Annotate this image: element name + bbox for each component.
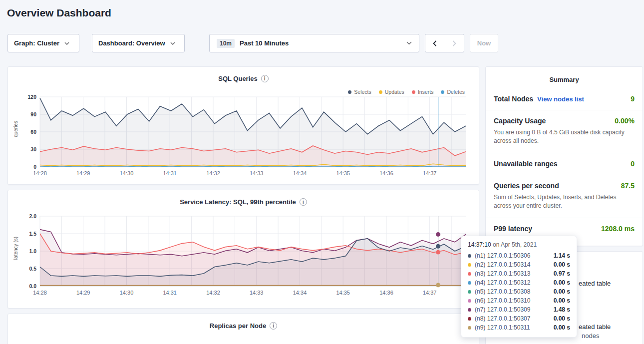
- p99-latency-label: P99 latency: [494, 225, 532, 233]
- page-title: Overview Dashboard: [7, 7, 111, 19]
- sql-queries-chart[interactable]: 030609012014:2814:2914:3014:3114:3214:33…: [15, 94, 472, 182]
- capacity-usage-value: 0.00%: [615, 117, 635, 125]
- node-address: (n1) 127.0.0.1:50306: [475, 252, 530, 259]
- svg-text:14:28: 14:28: [33, 170, 47, 176]
- tooltip-timestamp: 14:37:10 on Apr 5th, 2021: [468, 241, 570, 248]
- node-address: (n2) 127.0.0.1:50314: [475, 261, 530, 268]
- node-latency-value: 0.00 s: [554, 288, 570, 295]
- chart-hover-tooltip: 14:37:10 on Apr 5th, 2021 (n1) 127.0.0.1…: [461, 236, 577, 338]
- chart-title: Replicas per Node: [210, 322, 266, 330]
- node-color-dot-icon: [468, 299, 471, 303]
- time-prev-button[interactable]: [425, 34, 445, 52]
- svg-text:14:37: 14:37: [423, 290, 437, 296]
- node-latency-value: 0.00 s: [554, 279, 570, 286]
- svg-text:120: 120: [27, 94, 36, 100]
- event-item-fragment: nodes: [582, 332, 599, 340]
- tooltip-node-row: (n1) 127.0.0.1:503061.14 s: [468, 251, 570, 260]
- unavailable-ranges-label: Unavailable ranges: [494, 160, 558, 168]
- chevron-down-icon: [170, 42, 175, 45]
- tooltip-node-row: (n6) 127.0.0.1:503100.00 s: [468, 296, 570, 305]
- p99-latency-value: 1208.0 ms: [601, 225, 635, 233]
- total-nodes-value: 9: [631, 95, 635, 103]
- svg-text:14:28: 14:28: [33, 290, 47, 296]
- service-latency-chart[interactable]: 0.00.51.01.52.014:2814:2914:3014:3114:32…: [15, 213, 472, 301]
- node-latency-value: 0.00 s: [554, 261, 570, 268]
- tooltip-time: 14:37:10: [468, 241, 491, 248]
- node-color-dot-icon: [468, 281, 471, 285]
- node-address: (n3) 127.0.0.1:50313: [475, 270, 530, 277]
- svg-text:60: 60: [30, 129, 36, 135]
- chart-title: Service Latency: SQL, 99th percentile: [180, 198, 296, 206]
- node-latency-value: 0.00 s: [554, 324, 570, 331]
- tooltip-node-row: (n8) 127.0.0.1:503070.00 s: [468, 314, 570, 323]
- svg-text:0: 0: [33, 164, 36, 170]
- graph-dropdown-label: Graph: Cluster: [14, 39, 59, 47]
- svg-text:14:31: 14:31: [163, 290, 177, 296]
- node-color-dot-icon: [468, 317, 471, 321]
- svg-text:14:34: 14:34: [293, 170, 307, 176]
- legend-dot-icon: [348, 90, 351, 94]
- capacity-usage-label: Capacity Usage: [494, 117, 546, 125]
- chevron-down-icon: [406, 41, 412, 45]
- svg-text:14:31: 14:31: [163, 170, 177, 176]
- svg-text:0.5: 0.5: [29, 266, 36, 272]
- qps-label: Queries per second: [494, 182, 559, 190]
- replicas-per-node-chart-card: Replicas per Node: [7, 314, 479, 344]
- summary-panel: Summary Total Nodes View nodes list 9 Ca…: [485, 66, 643, 246]
- node-address: (n9) 127.0.0.1:50311: [475, 324, 530, 331]
- unavailable-ranges-value: 0: [631, 160, 635, 168]
- svg-text:14:32: 14:32: [206, 170, 220, 176]
- svg-text:14:35: 14:35: [336, 290, 350, 296]
- svg-text:14:29: 14:29: [76, 170, 90, 176]
- dashboard-dropdown-label: Dashboard: Overview: [98, 39, 165, 47]
- legend-dot-icon: [379, 90, 382, 94]
- node-address: (n5) 127.0.0.1:50308: [475, 288, 530, 295]
- event-item-fragment: eated table: [579, 323, 611, 331]
- info-icon[interactable]: [270, 322, 277, 330]
- summary-capacity-usage: Capacity Usage 0.00% You are using 0 B o…: [486, 110, 643, 153]
- time-range-dropdown[interactable]: 10m Past 10 Minutes: [209, 34, 419, 52]
- dashboard-dropdown[interactable]: Dashboard: Overview: [92, 34, 185, 52]
- event-item-fragment: eated table: [579, 280, 611, 287]
- summary-total-nodes: Total Nodes View nodes list 9: [486, 88, 643, 110]
- tooltip-node-row: (n3) 127.0.0.1:503130.97 s: [468, 269, 570, 278]
- node-latency-value: 1.48 s: [554, 306, 570, 313]
- view-nodes-link[interactable]: View nodes list: [537, 95, 584, 103]
- summary-title: Summary: [486, 67, 643, 88]
- tooltip-date: on Apr 5th, 2021: [493, 241, 537, 248]
- node-color-dot-icon: [468, 272, 471, 276]
- time-range-badge: 10m: [217, 39, 235, 48]
- svg-text:14:37: 14:37: [423, 170, 437, 176]
- chevron-down-icon: [64, 42, 69, 45]
- svg-text:14:33: 14:33: [250, 170, 264, 176]
- tooltip-node-row: (n4) 127.0.0.1:503120.00 s: [468, 278, 570, 287]
- graph-dropdown[interactable]: Graph: Cluster: [7, 34, 79, 52]
- capacity-usage-desc: You are using 0 B of 4.5 GiB usable disk…: [494, 128, 635, 146]
- now-button[interactable]: Now: [470, 34, 498, 52]
- node-color-dot-icon: [468, 308, 471, 312]
- qps-value: 87.5: [621, 182, 635, 190]
- node-latency-value: 1.14 s: [554, 252, 570, 259]
- svg-text:14:33: 14:33: [250, 290, 264, 296]
- svg-text:14:30: 14:30: [120, 290, 134, 296]
- svg-text:14:30: 14:30: [120, 170, 134, 176]
- node-color-dot-icon: [468, 290, 471, 294]
- time-range-label: Past 10 Minutes: [240, 39, 289, 47]
- tooltip-rows: (n1) 127.0.0.1:503061.14 s(n2) 127.0.0.1…: [468, 251, 570, 332]
- node-address: (n6) 127.0.0.1:50310: [475, 297, 530, 304]
- tooltip-node-row: (n9) 127.0.0.1:503110.00 s: [468, 323, 570, 332]
- node-latency-value: 0.00 s: [554, 315, 570, 322]
- svg-text:14:36: 14:36: [379, 290, 393, 296]
- legend-dot-icon: [441, 90, 444, 94]
- sql-queries-chart-card: SQL Queries SelectsUpdatesInsertsDeletes…: [7, 66, 479, 185]
- tooltip-node-row: (n2) 127.0.0.1:503140.00 s: [468, 260, 570, 269]
- node-color-dot-icon: [468, 254, 471, 258]
- info-icon[interactable]: [300, 198, 307, 206]
- info-icon[interactable]: [261, 75, 269, 82]
- node-address: (n8) 127.0.0.1:50307: [475, 315, 530, 322]
- time-next-button[interactable]: [444, 34, 464, 52]
- svg-text:14:32: 14:32: [206, 290, 220, 296]
- tooltip-node-row: (n7) 127.0.0.1:503091.48 s: [468, 305, 570, 314]
- qps-desc: Sum of Selects, Updates, Inserts, and De…: [494, 193, 635, 211]
- svg-text:30: 30: [30, 146, 36, 152]
